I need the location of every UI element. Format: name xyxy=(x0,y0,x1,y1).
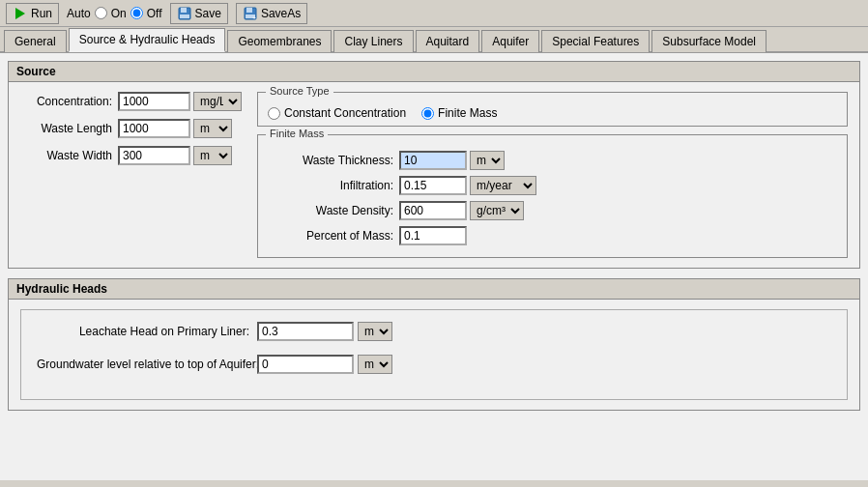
waste-density-row: Waste Density: g/cm³ kg/m³ xyxy=(268,201,837,220)
source-left-fields: Concentration: mg/L g/L kg/m³ Waste Leng… xyxy=(20,92,242,258)
waste-length-label: Waste Length xyxy=(20,122,112,135)
percent-mass-label: Percent of Mass: xyxy=(268,229,393,243)
infiltration-row: Infiltration: m/year cm/year xyxy=(268,176,837,195)
waste-width-row: Waste Width m ft xyxy=(20,146,242,165)
svg-rect-3 xyxy=(180,14,189,18)
source-section-body: Concentration: mg/L g/L kg/m³ Waste Leng… xyxy=(9,82,859,268)
tab-subsurface-model[interactable]: Subsurface Model xyxy=(651,30,767,52)
saveas-icon: + xyxy=(243,6,258,21)
saveas-button[interactable]: + SaveAs xyxy=(236,3,307,24)
hydraulic-heads-header: Hydraulic Heads xyxy=(9,279,859,300)
leachate-head-row: Leachate Head on Primary Liner: m ft xyxy=(37,322,831,341)
waste-density-label: Waste Density: xyxy=(268,204,393,217)
finite-mass-option[interactable]: Finite Mass xyxy=(421,106,497,120)
svg-rect-5 xyxy=(246,8,252,13)
groundwater-level-label: Groundwater level relative to top of Aqu… xyxy=(37,358,249,371)
source-section: Source Concentration: mg/L g/L kg/m³ xyxy=(8,61,860,269)
save-button[interactable]: Save xyxy=(170,3,228,24)
source-type-legend: Source Type xyxy=(266,85,333,97)
waste-thickness-input[interactable] xyxy=(399,151,467,170)
saveas-label: SaveAs xyxy=(261,7,301,20)
waste-thickness-label: Waste Thickness: xyxy=(268,154,393,167)
auto-label: Auto xyxy=(67,7,91,20)
concentration-row: Concentration: mg/L g/L kg/m³ xyxy=(20,92,242,111)
waste-width-input[interactable] xyxy=(118,146,190,165)
infiltration-input[interactable] xyxy=(399,176,467,195)
finite-mass-box: Finite Mass Waste Thickness: m ft xyxy=(257,134,848,258)
constant-conc-label: Constant Concentration xyxy=(284,106,406,120)
source-layout: Concentration: mg/L g/L kg/m³ Waste Leng… xyxy=(20,92,848,258)
auto-radio-group: Auto On Off xyxy=(67,7,162,20)
infiltration-unit-select[interactable]: m/year cm/year xyxy=(470,176,536,195)
groundwater-level-input[interactable] xyxy=(257,355,354,374)
source-type-radios: Constant Concentration Finite Mass xyxy=(268,106,837,120)
waste-width-unit-select[interactable]: m ft xyxy=(193,146,232,165)
constant-conc-option[interactable]: Constant Concentration xyxy=(268,106,406,120)
waste-density-unit-select[interactable]: g/cm³ kg/m³ xyxy=(470,201,524,220)
auto-off-radio[interactable] xyxy=(130,7,143,19)
toolbar: Run Auto On Off Save + SaveAs xyxy=(0,0,868,27)
finite-mass-radio-label: Finite Mass xyxy=(438,106,497,120)
svg-rect-2 xyxy=(181,8,187,13)
tab-special-features[interactable]: Special Features xyxy=(541,30,650,52)
waste-length-row: Waste Length m ft xyxy=(20,119,242,138)
waste-length-input[interactable] xyxy=(118,119,190,138)
percent-mass-input[interactable] xyxy=(399,226,467,245)
hydraulic-heads-section: Hydraulic Heads Leachate Head on Primary… xyxy=(8,278,860,411)
save-icon xyxy=(177,6,192,21)
tab-clay-liners[interactable]: Clay Liners xyxy=(333,30,413,52)
hydraulic-heads-body: Leachate Head on Primary Liner: m ft Gro… xyxy=(9,300,859,410)
auto-on-label: On xyxy=(111,7,127,20)
run-button[interactable]: Run xyxy=(6,3,59,24)
tab-geomembranes[interactable]: Geomembranes xyxy=(227,30,332,52)
source-section-header: Source xyxy=(9,62,859,82)
tab-aquifer[interactable]: Aquifer xyxy=(481,30,539,52)
concentration-input[interactable] xyxy=(118,92,190,111)
groundwater-level-unit-select[interactable]: m ft xyxy=(358,355,392,374)
waste-thickness-unit-select[interactable]: m ft xyxy=(470,151,505,170)
svg-text:+: + xyxy=(252,14,256,21)
groundwater-level-row: Groundwater level relative to top of Aqu… xyxy=(37,355,831,374)
finite-mass-fields: Waste Thickness: m ft Infiltration: xyxy=(268,151,837,245)
source-right-fields: Source Type Constant Concentration Finit… xyxy=(257,92,848,258)
source-type-box: Source Type Constant Concentration Finit… xyxy=(257,92,848,127)
percent-mass-row: Percent of Mass: xyxy=(268,226,837,245)
concentration-label: Concentration: xyxy=(20,95,112,108)
save-label: Save xyxy=(195,7,221,20)
constant-conc-radio[interactable] xyxy=(268,107,280,120)
main-content: Source Concentration: mg/L g/L kg/m³ xyxy=(0,53,868,480)
leachate-head-unit-select[interactable]: m ft xyxy=(358,322,392,341)
finite-mass-radio[interactable] xyxy=(421,107,434,120)
auto-on-radio[interactable] xyxy=(95,7,107,19)
tab-general[interactable]: General xyxy=(4,30,67,52)
leachate-head-label: Leachate Head on Primary Liner: xyxy=(37,325,249,338)
hydraulic-heads-box: Leachate Head on Primary Liner: m ft Gro… xyxy=(20,309,848,400)
waste-density-input[interactable] xyxy=(399,201,467,220)
tab-aquitard[interactable]: Aquitard xyxy=(416,30,480,52)
finite-mass-legend: Finite Mass xyxy=(266,128,328,139)
run-icon xyxy=(13,6,28,21)
infiltration-label: Infiltration: xyxy=(268,179,393,192)
auto-off-label: Off xyxy=(147,7,162,20)
concentration-unit-select[interactable]: mg/L g/L kg/m³ xyxy=(193,92,242,111)
waste-thickness-row: Waste Thickness: m ft xyxy=(268,151,837,170)
waste-length-unit-select[interactable]: m ft xyxy=(193,119,232,138)
tabs-bar: General Source & Hydraulic Heads Geomemb… xyxy=(0,27,868,53)
svg-marker-0 xyxy=(15,8,25,19)
tab-source-hydraulic[interactable]: Source & Hydraulic Heads xyxy=(69,28,226,52)
waste-width-label: Waste Width xyxy=(20,149,112,162)
leachate-head-input[interactable] xyxy=(257,322,354,341)
run-label: Run xyxy=(31,7,52,20)
